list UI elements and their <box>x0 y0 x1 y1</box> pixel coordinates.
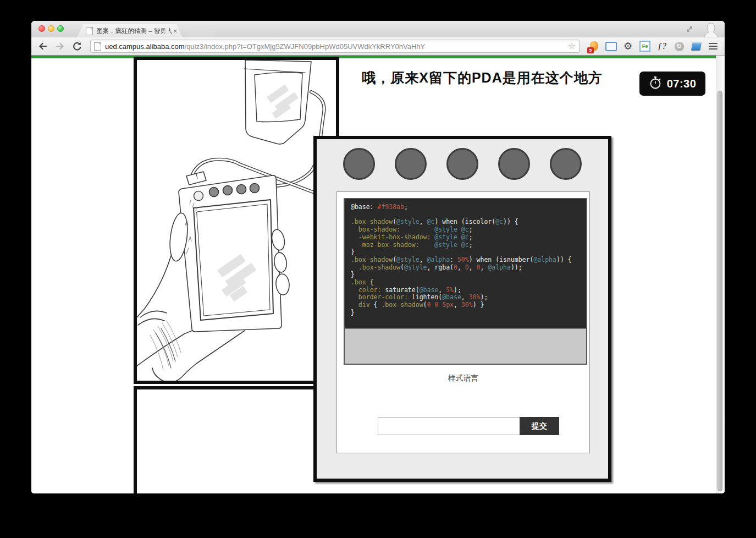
function-icon: ƒ? <box>658 41 666 51</box>
stopwatch-icon <box>649 75 662 92</box>
sync-icon: ↻ <box>675 42 684 51</box>
title-bar: 图案，疯狂的猜测 – 智勇大闯 × <box>31 21 725 38</box>
page-icon <box>94 42 101 51</box>
page-scrollbar[interactable] <box>716 56 725 493</box>
answer-row: 提交 <box>378 417 559 435</box>
fe-icon: Fe <box>639 41 650 52</box>
fe-extension-icon[interactable]: Fe <box>639 40 651 52</box>
scrollbar-thumb[interactable] <box>718 91 722 491</box>
browser-toolbar: ued.campus.alibaba.com/quiz3/index.php?t… <box>31 37 725 56</box>
browser-window: 图案，疯狂的猜测 – 智勇大闯 × ued.campus.alibaba.com… <box>31 21 725 493</box>
countdown-timer: 07:30 <box>639 72 705 96</box>
tab-title-fade <box>161 26 169 36</box>
question-label: 样式语言 <box>337 374 589 383</box>
quiz-card: @base: #f938ab; .box-shadow(@style, @c) … <box>313 136 611 482</box>
function-extension-icon[interactable]: ƒ? <box>656 40 668 52</box>
extension-badge: 5 <box>587 47 594 53</box>
notebook-icon <box>691 42 702 51</box>
tab-close-icon[interactable]: × <box>173 28 178 35</box>
comic-panel-2 <box>134 386 321 493</box>
page-title: 哦，原来X留下的PDA是用在这个地方 <box>339 69 625 87</box>
answer-input[interactable] <box>378 417 520 435</box>
zoom-window-button[interactable] <box>57 25 64 32</box>
quiz-inner-panel: @base: #f938ab; .box-shadow(@style, @c) … <box>336 191 590 453</box>
bookmark-star-icon[interactable]: ☆ <box>568 42 576 51</box>
fullscreen-icon[interactable] <box>685 25 694 36</box>
frame-icon <box>605 42 617 51</box>
comic-illustration <box>137 60 336 381</box>
back-icon[interactable] <box>37 40 49 52</box>
minimize-window-button[interactable] <box>48 25 54 32</box>
notes-extension-icon[interactable] <box>690 40 702 52</box>
url-domain: ued.campus.alibaba.com <box>105 42 185 51</box>
forward-icon[interactable] <box>54 40 66 52</box>
menu-icon[interactable] <box>707 40 719 52</box>
comic-panel-1 <box>134 57 339 384</box>
close-window-button[interactable] <box>38 25 45 32</box>
browser-tab[interactable]: 图案，疯狂的猜测 – 智勇大闯 × <box>77 24 183 38</box>
desktop: { "browser": { "tab": { "title": "图案，疯狂的… <box>0 0 756 538</box>
url-text: ued.campus.alibaba.com/quiz3/index.php?t… <box>105 42 566 51</box>
sync-extension-icon[interactable]: ↻ <box>673 40 685 52</box>
campfire-extension-icon[interactable]: 5 <box>588 40 600 52</box>
gear-icon: ⚙ <box>623 41 632 51</box>
code-block: @base: #f938ab; .box-shadow(@style, @c) … <box>344 198 587 365</box>
choice-circle[interactable] <box>343 148 375 180</box>
url-path: /quiz3/index.php?t=OTgxMjg5ZWJFN09pbHpWd… <box>185 42 426 51</box>
address-bar[interactable]: ued.campus.alibaba.com/quiz3/index.php?t… <box>90 40 580 53</box>
code-preview-area <box>345 328 586 364</box>
new-tab-button[interactable] <box>187 26 217 37</box>
choice-circle[interactable] <box>446 148 478 180</box>
code-editor[interactable]: @base: #f938ab; .box-shadow(@style, @c) … <box>345 199 586 328</box>
page-content: 哦，原来X留下的PDA是用在这个地方 07:30 @base: #f938ab;… <box>31 56 716 493</box>
gear-extension-icon[interactable]: ⚙ <box>622 40 634 52</box>
tab-favicon-page-icon <box>86 27 93 35</box>
choice-circle[interactable] <box>498 148 530 180</box>
answer-choice-circles <box>317 148 608 180</box>
choice-circle[interactable] <box>550 148 582 180</box>
timer-value: 07:30 <box>667 78 697 90</box>
reload-icon[interactable] <box>71 40 83 52</box>
submit-button[interactable]: 提交 <box>520 417 559 435</box>
choice-circle[interactable] <box>395 148 427 180</box>
screenshot-extension-icon[interactable] <box>605 40 617 52</box>
